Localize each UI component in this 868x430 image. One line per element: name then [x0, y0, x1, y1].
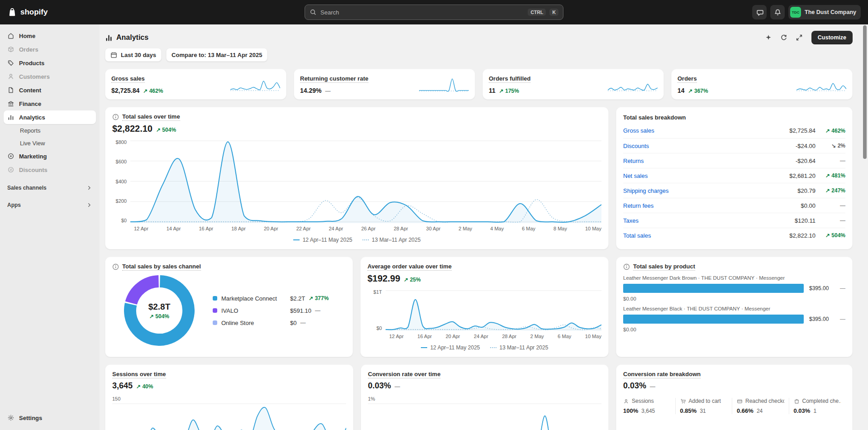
breakdown-link[interactable]: Net sales [623, 172, 789, 179]
breakdown-value: $2,822.10 [789, 232, 816, 239]
filter-bar: Last 30 days Compare to: 13 Mar–11 Apr 2… [105, 48, 853, 62]
refresh-button[interactable] [777, 31, 791, 44]
breakdown-link[interactable]: Shipping charges [623, 187, 797, 194]
breakdown-value: $0.00 [801, 202, 816, 209]
kpi-value: 14 [677, 87, 685, 94]
breakdown-link[interactable]: Total sales [623, 232, 789, 239]
average-order-value-card: Average order value over time $192.99 ↗ … [360, 257, 609, 357]
sidebar-item-customers[interactable]: Customers [4, 70, 96, 83]
channel-value: $591.10 [290, 307, 311, 314]
conversion-line-chart [368, 402, 601, 430]
legend-swatch [213, 296, 217, 301]
sidebar-item-discounts[interactable]: Discounts [4, 163, 96, 177]
sidebar-item-live-view[interactable]: Live View [4, 137, 96, 149]
breakdown-link[interactable]: Discounts [623, 143, 796, 149]
search-input[interactable] [320, 9, 524, 16]
sidebar-item-marketing[interactable]: Marketing [4, 149, 96, 163]
legend-previous-period: 13 Mar–11 Apr 2025 [362, 237, 421, 243]
chevron-right-icon [86, 185, 92, 191]
customize-button[interactable]: Customize [811, 31, 853, 44]
product-name: Leather Messenger Black · THE DUST COMPA… [623, 306, 845, 311]
funnel-step-added-to-cart: Added to cart 0.85%31 [675, 398, 732, 414]
product-name: Leather Messenger Dark Brown · THE DUST … [623, 275, 845, 281]
sidebar-item-content[interactable]: Content [4, 83, 96, 97]
breakdown-change: ↗ 462% [816, 128, 845, 134]
orders-icon [7, 46, 14, 53]
apps-label: Apps [7, 202, 21, 208]
kpi-title: Returning customer rate [300, 75, 368, 83]
sidebar-item-label: Home [19, 33, 35, 39]
sidebar-item-finance[interactable]: Finance [4, 97, 96, 110]
notifications-button[interactable] [770, 5, 785, 19]
gear-icon [7, 414, 14, 421]
products-icon [7, 59, 14, 67]
donut-center-change: ↗ 504% [149, 313, 169, 320]
product-change: — [840, 285, 845, 291]
page-title: Analytics [105, 33, 148, 42]
breakdown-link[interactable]: Gross sales [623, 127, 789, 134]
kpi-card-returning-customer-rate[interactable]: Returning customer rate 14.29% — [294, 69, 475, 100]
sidebar-item-orders[interactable]: Orders [4, 43, 96, 56]
info-icon[interactable] [112, 263, 119, 270]
header-actions: Customize [762, 31, 853, 44]
search-bar[interactable]: CTRL K [305, 5, 563, 20]
breakdown-change: ↗ 481% [816, 172, 845, 179]
kpi-value: 14.29% [300, 87, 321, 94]
sidebar: Home Orders Products Customers Content F… [0, 24, 100, 430]
vertical-scrollbar[interactable] [863, 25, 867, 159]
product-bar-track [623, 284, 804, 293]
insights-button[interactable] [762, 31, 775, 44]
chart-legend: 12 Apr–11 May 2025 13 Mar–11 Apr 2025 [112, 237, 601, 243]
x-axis: 12 Apr16 Apr20 Apr24 Apr28 Apr2 May6 May… [389, 334, 601, 339]
kpi-card-orders[interactable]: Orders 14 ↗ 367% [671, 69, 853, 100]
chat-button[interactable] [752, 5, 767, 19]
breakdown-link[interactable]: Taxes [623, 217, 795, 224]
kpi-sparkline [796, 75, 846, 93]
compare-button[interactable]: Compare to: 13 Mar–11 Apr 2025 [166, 48, 267, 62]
product-value: $395.00 [809, 285, 829, 291]
sales-channels-section[interactable]: Sales channels [7, 185, 92, 191]
page-header: Analytics Customize [105, 29, 853, 46]
chart-title: Total sales by sales channel [122, 263, 201, 271]
y-axis-tick: 1% [368, 396, 601, 401]
bag-icon [794, 398, 800, 404]
breakdown-change: — [816, 217, 845, 224]
channel-value: $0 [290, 320, 296, 326]
channel-name: Marketplace Connect [221, 295, 290, 302]
sidebar-item-settings[interactable]: Settings [4, 411, 96, 425]
fullscreen-button[interactable] [792, 31, 806, 44]
calendar-icon [110, 52, 117, 58]
sidebar-item-analytics[interactable]: Analytics [4, 110, 96, 124]
breakdown-value: $20.79 [797, 187, 816, 194]
sidebar-item-home[interactable]: Home [4, 29, 96, 43]
main-content: Analytics Customize Last 30 days Compare… [100, 24, 868, 430]
product-previous-value: $0.00 [623, 327, 845, 332]
store-menu[interactable]: TDC The Dust Company [788, 5, 861, 19]
sidebar-item-label: Products [19, 60, 44, 67]
chart-value: 0.03% [368, 381, 391, 391]
breakdown-link[interactable]: Return fees [623, 202, 801, 209]
breakdown-row: Shipping charges $20.79 ↗ 247% [623, 183, 845, 198]
shortcut-k-key: K [549, 9, 558, 16]
breakdown-link[interactable]: Returns [623, 158, 796, 164]
kpi-card-orders-fulfilled[interactable]: Orders fulfilled 11 ↗ 175% [482, 69, 664, 100]
chart-change: — [650, 383, 655, 390]
kpi-card-gross-sales[interactable]: Gross sales $2,725.84 ↗ 462% [105, 69, 286, 100]
breakdown-value: $120.11 [795, 217, 816, 224]
conversion-funnel: Sessions 100%3,645 Added to cart 0.85%31… [623, 398, 845, 414]
expand-icon [796, 34, 803, 41]
compare-label: Compare to: 13 Mar–11 Apr 2025 [172, 52, 262, 58]
person-icon [623, 398, 629, 404]
sidebar-item-label: Orders [19, 46, 38, 53]
total-sales-line-chart [130, 139, 601, 223]
info-icon[interactable] [112, 114, 119, 120]
row-middle: Total sales by sales channel $2.8T ↗ 504… [105, 257, 853, 357]
sidebar-item-products[interactable]: Products [4, 56, 96, 70]
info-icon[interactable] [623, 263, 630, 270]
date-range-button[interactable]: Last 30 days [105, 48, 162, 62]
legend-dotted-swatch [362, 239, 369, 240]
shopify-logo[interactable]: shopify [7, 7, 107, 17]
apps-section[interactable]: Apps [7, 202, 92, 208]
sidebar-item-label: Finance [19, 100, 41, 107]
sidebar-item-reports[interactable]: Reports [4, 124, 96, 137]
